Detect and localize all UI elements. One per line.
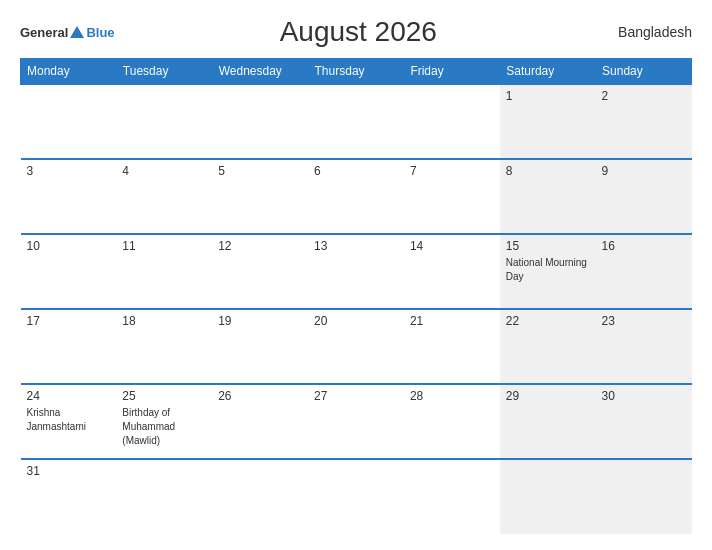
weekday-header: Monday	[21, 59, 117, 85]
calendar-day-cell	[116, 84, 212, 159]
holiday-label: National Mourning Day	[506, 257, 587, 282]
weekday-header: Thursday	[308, 59, 404, 85]
month-title: August 2026	[115, 16, 602, 48]
logo-blue-text: Blue	[86, 25, 114, 40]
calendar-day-cell	[212, 84, 308, 159]
calendar-week-row: 24Krishna Janmashtami25Birthday of Muham…	[21, 384, 692, 459]
calendar-day-cell: 31	[21, 459, 117, 534]
calendar-day-cell: 17	[21, 309, 117, 384]
calendar-week-row: 3456789	[21, 159, 692, 234]
calendar-day-cell: 3	[21, 159, 117, 234]
day-number: 10	[27, 239, 111, 253]
calendar-day-cell	[308, 84, 404, 159]
weekday-header: Friday	[404, 59, 500, 85]
day-number: 29	[506, 389, 590, 403]
calendar-body: 123456789101112131415National Mourning D…	[21, 84, 692, 534]
calendar-day-cell	[404, 84, 500, 159]
calendar-day-cell: 9	[596, 159, 692, 234]
calendar-day-cell: 10	[21, 234, 117, 309]
calendar-day-cell	[212, 459, 308, 534]
day-number: 15	[506, 239, 590, 253]
day-number: 30	[602, 389, 686, 403]
day-number: 8	[506, 164, 590, 178]
day-number: 4	[122, 164, 206, 178]
calendar-day-cell: 16	[596, 234, 692, 309]
calendar-day-cell: 22	[500, 309, 596, 384]
calendar-day-cell: 4	[116, 159, 212, 234]
calendar-header: General Blue August 2026 Bangladesh	[20, 16, 692, 48]
day-number: 9	[602, 164, 686, 178]
calendar-day-cell: 15National Mourning Day	[500, 234, 596, 309]
weekday-header: Tuesday	[116, 59, 212, 85]
calendar-day-cell: 26	[212, 384, 308, 459]
calendar-day-cell	[116, 459, 212, 534]
country-label: Bangladesh	[602, 24, 692, 40]
calendar-day-cell: 18	[116, 309, 212, 384]
calendar-week-row: 31	[21, 459, 692, 534]
logo-general-text: General	[20, 25, 68, 40]
day-number: 25	[122, 389, 206, 403]
holiday-label: Birthday of Muhammad (Mawlid)	[122, 407, 175, 446]
calendar-day-cell: 1	[500, 84, 596, 159]
calendar-day-cell: 21	[404, 309, 500, 384]
calendar-week-row: 12	[21, 84, 692, 159]
logo: General Blue	[20, 25, 115, 40]
day-number: 2	[602, 89, 686, 103]
day-number: 21	[410, 314, 494, 328]
day-number: 16	[602, 239, 686, 253]
day-number: 11	[122, 239, 206, 253]
weekday-header: Wednesday	[212, 59, 308, 85]
calendar-week-row: 17181920212223	[21, 309, 692, 384]
logo-triangle-icon	[70, 26, 84, 38]
calendar-day-cell: 7	[404, 159, 500, 234]
calendar-table: MondayTuesdayWednesdayThursdayFridaySatu…	[20, 58, 692, 534]
day-number: 6	[314, 164, 398, 178]
calendar-day-cell: 5	[212, 159, 308, 234]
day-number: 20	[314, 314, 398, 328]
day-number: 12	[218, 239, 302, 253]
day-number: 3	[27, 164, 111, 178]
weekday-header: Sunday	[596, 59, 692, 85]
calendar-day-cell: 6	[308, 159, 404, 234]
calendar-week-row: 101112131415National Mourning Day16	[21, 234, 692, 309]
day-number: 28	[410, 389, 494, 403]
calendar-day-cell: 11	[116, 234, 212, 309]
day-number: 7	[410, 164, 494, 178]
calendar-day-cell: 27	[308, 384, 404, 459]
day-number: 13	[314, 239, 398, 253]
day-number: 5	[218, 164, 302, 178]
day-number: 17	[27, 314, 111, 328]
calendar-day-cell: 28	[404, 384, 500, 459]
calendar-header-row: MondayTuesdayWednesdayThursdayFridaySatu…	[21, 59, 692, 85]
holiday-label: Krishna Janmashtami	[27, 407, 86, 432]
calendar-day-cell	[404, 459, 500, 534]
calendar-day-cell	[596, 459, 692, 534]
calendar-day-cell: 19	[212, 309, 308, 384]
calendar-day-cell: 13	[308, 234, 404, 309]
day-number: 26	[218, 389, 302, 403]
calendar-day-cell: 12	[212, 234, 308, 309]
calendar-day-cell: 14	[404, 234, 500, 309]
day-number: 22	[506, 314, 590, 328]
calendar-day-cell: 8	[500, 159, 596, 234]
calendar-day-cell	[500, 459, 596, 534]
day-number: 23	[602, 314, 686, 328]
day-number: 27	[314, 389, 398, 403]
calendar-day-cell: 29	[500, 384, 596, 459]
day-number: 1	[506, 89, 590, 103]
calendar-day-cell: 30	[596, 384, 692, 459]
calendar-day-cell: 2	[596, 84, 692, 159]
day-number: 18	[122, 314, 206, 328]
calendar-day-cell: 24Krishna Janmashtami	[21, 384, 117, 459]
calendar-day-cell	[21, 84, 117, 159]
weekday-header: Saturday	[500, 59, 596, 85]
calendar-day-cell	[308, 459, 404, 534]
day-number: 14	[410, 239, 494, 253]
day-number: 24	[27, 389, 111, 403]
calendar-day-cell: 25Birthday of Muhammad (Mawlid)	[116, 384, 212, 459]
day-number: 31	[27, 464, 111, 478]
calendar-day-cell: 20	[308, 309, 404, 384]
calendar-day-cell: 23	[596, 309, 692, 384]
day-number: 19	[218, 314, 302, 328]
